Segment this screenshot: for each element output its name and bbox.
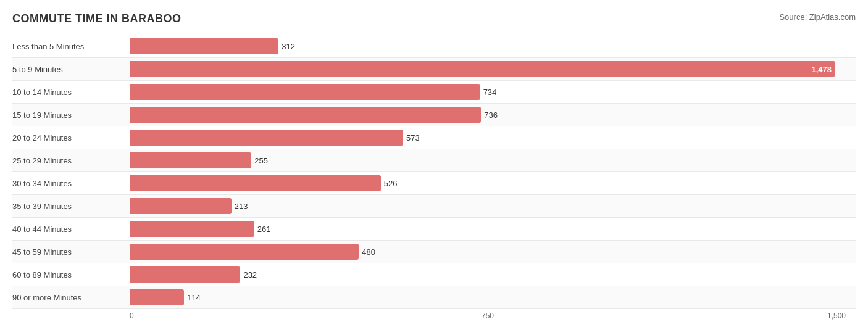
bar: 734: [130, 84, 480, 100]
bar: 213: [130, 198, 232, 214]
bar-container: 232: [130, 263, 856, 286]
bar-row: 45 to 59 Minutes480: [12, 241, 856, 263]
bar-value: 526: [384, 179, 398, 188]
bar-row: 35 to 39 Minutes213: [12, 195, 856, 218]
bar-label: 15 to 19 Minutes: [12, 110, 130, 120]
bar-row: 25 to 29 Minutes255: [12, 149, 856, 172]
bar-container: 734: [130, 81, 856, 103]
bar-label: 20 to 24 Minutes: [12, 133, 130, 142]
x-axis-label: 0: [130, 312, 134, 320]
bar: 573: [130, 130, 403, 146]
bar-label: 90 or more Minutes: [12, 293, 130, 302]
bar-container: 573: [130, 126, 856, 149]
bar-row: 30 to 34 Minutes526: [12, 172, 856, 195]
bar-value: 114: [187, 293, 201, 302]
bar-label: 5 to 9 Minutes: [12, 65, 130, 74]
bar: 232: [130, 266, 240, 283]
chart-area: Less than 5 Minutes3125 to 9 Minutes1,47…: [12, 35, 856, 309]
bar: 312: [130, 38, 278, 54]
bar-container: 312: [130, 35, 856, 57]
bar-value: 736: [484, 110, 498, 120]
x-axis: 07501,500: [130, 312, 856, 322]
bar-row: Less than 5 Minutes312: [12, 35, 856, 58]
bar-container: 213: [130, 195, 856, 217]
bar-value: 255: [254, 156, 268, 165]
x-axis-label: 750: [482, 312, 494, 320]
bar-row: 5 to 9 Minutes1,478: [12, 58, 856, 81]
bar-container: 114: [130, 286, 856, 308]
bar-row: 60 to 89 Minutes232: [12, 263, 856, 286]
bar: 114: [130, 289, 184, 305]
bar-value: 480: [362, 247, 375, 257]
bar-value: 213: [235, 202, 248, 211]
bar-value: 312: [282, 42, 295, 51]
bar-value: 573: [406, 133, 420, 142]
bar-value: 232: [243, 270, 257, 279]
bar-label: Less than 5 Minutes: [12, 42, 130, 51]
bar-row: 20 to 24 Minutes573: [12, 126, 856, 149]
bar: 1,478: [130, 61, 835, 77]
bar-label: 30 to 34 Minutes: [12, 179, 130, 188]
bar-container: 526: [130, 172, 856, 194]
chart-title: COMMUTE TIME IN BARABOO: [12, 12, 181, 25]
bar: 261: [130, 221, 254, 237]
bar-container: 480: [130, 241, 856, 263]
x-axis-label: 1,500: [827, 312, 846, 320]
bar-label: 60 to 89 Minutes: [12, 270, 130, 279]
bar-value: 734: [483, 88, 497, 97]
source-text: Source: ZipAtlas.com: [779, 12, 856, 22]
bar-container: 736: [130, 104, 856, 126]
bar-value-inside: 1,478: [811, 65, 832, 74]
bar-row: 90 or more Minutes114: [12, 286, 856, 309]
bar-label: 10 to 14 Minutes: [12, 88, 130, 97]
bar: 480: [130, 244, 359, 260]
bar-label: 40 to 44 Minutes: [12, 225, 130, 234]
bar-container: 1,478: [130, 58, 856, 80]
bar-row: 15 to 19 Minutes736: [12, 104, 856, 126]
bar: 255: [130, 152, 251, 168]
bar-row: 40 to 44 Minutes261: [12, 218, 856, 241]
bar-row: 10 to 14 Minutes734: [12, 81, 856, 104]
bar-label: 45 to 59 Minutes: [12, 247, 130, 257]
bar: 736: [130, 107, 481, 123]
bar-container: 261: [130, 218, 856, 240]
bar-container: 255: [130, 149, 856, 171]
bar-label: 35 to 39 Minutes: [12, 202, 130, 211]
bar-value: 261: [257, 225, 271, 234]
bar: 526: [130, 175, 381, 191]
bar-label: 25 to 29 Minutes: [12, 156, 130, 165]
